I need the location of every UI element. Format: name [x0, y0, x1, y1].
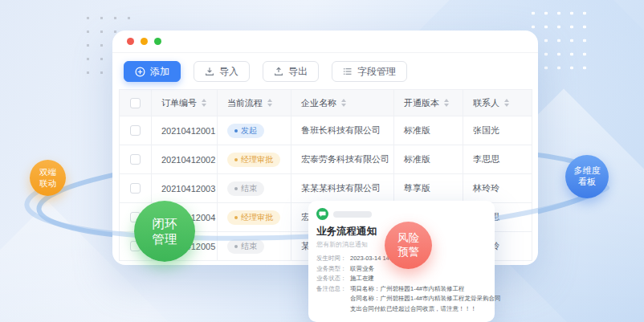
toolbar: 添加 导入 导出 字段管理 — [112, 53, 538, 89]
add-button[interactable]: 添加 — [124, 61, 181, 82]
notification-field: 备注信息： 项目名称：广州碧桂园1-4#市内精装修工程 — [316, 284, 487, 295]
header-version-label: 开通版本 — [404, 97, 439, 109]
field-list-icon — [343, 67, 353, 76]
field-management-button-label: 字段管理 — [357, 65, 396, 79]
notification-field: 支出合同付款已经超过合同收票，请注意！！！ — [316, 304, 487, 315]
field-management-button[interactable]: 字段管理 — [332, 61, 407, 82]
row-checkbox[interactable] — [130, 154, 141, 165]
cell-company: 宏泰劳务科技有限公司 — [291, 145, 394, 174]
cell-contact: 林玲玲 — [463, 174, 532, 203]
field-label: 发生时间： — [316, 254, 350, 264]
import-button-label: 导入 — [219, 65, 238, 79]
feature-badge-label: 多维度 — [574, 165, 601, 177]
plus-circle-icon — [135, 67, 145, 77]
feature-badge-label: 联动 — [39, 178, 56, 189]
header-contact-label: 联系人 — [473, 97, 499, 109]
feature-badge-label: 闭环 — [153, 216, 177, 231]
status-badge: 结束 — [227, 181, 264, 196]
select-all-checkbox[interactable] — [130, 98, 141, 108]
sort-version-icon[interactable] — [444, 99, 449, 107]
feature-badge-risk-warning: 风险 预警 — [385, 222, 432, 269]
cell-company: 某某某科技有限公司 — [291, 174, 394, 203]
header-version: 开通版本 — [394, 90, 463, 116]
export-button-label: 导出 — [288, 65, 308, 79]
field-label: 业务类型： — [316, 264, 350, 275]
chat-message-icon — [316, 208, 328, 220]
feature-badge-label: 看板 — [578, 177, 596, 188]
field-value: 支出合同付款已经超过合同收票，请注意！！！ — [350, 304, 477, 315]
header-checkbox-cell — [120, 90, 152, 116]
field-label: 业务状态： — [316, 274, 350, 284]
status-dot-icon — [234, 187, 238, 190]
header-order-no-label: 订单编号 — [161, 97, 197, 109]
feature-badge-label: 风险 — [397, 232, 419, 246]
notification-header — [316, 208, 487, 220]
maximize-window-icon[interactable] — [154, 38, 161, 45]
export-button[interactable]: 导出 — [263, 61, 319, 82]
sort-contact-icon[interactable] — [504, 99, 509, 107]
notification-field: 业务状态： 施工在建 — [316, 274, 487, 284]
minimize-window-icon[interactable] — [141, 38, 148, 45]
header-company: 企业名称 — [291, 90, 394, 116]
feature-badge-dual-linkage: 双端 联动 — [30, 160, 66, 196]
table-header-row: 订单编号 当前流程 企业名称 开通版本 联系人 — [120, 90, 532, 116]
sort-flow-icon[interactable] — [267, 99, 272, 107]
row-checkbox[interactable] — [130, 125, 141, 136]
feature-badge-multidimensional-dashboard: 多维度 看板 — [565, 155, 609, 198]
row-checkbox[interactable] — [130, 183, 141, 194]
header-order-no: 订单编号 — [152, 90, 218, 116]
sort-company-icon[interactable] — [341, 99, 346, 107]
status-badge: 经理审批 — [227, 210, 280, 225]
import-button[interactable]: 导入 — [194, 61, 250, 82]
window-titlebar — [112, 31, 538, 53]
field-value: 合同名称：广州碧桂园1-4#市内精装修工程龙骨采购合同 — [350, 294, 501, 304]
header-contact: 联系人 — [463, 90, 532, 116]
feature-badge-label: 管理 — [153, 231, 177, 247]
cell-order-no: 20210412001 — [152, 116, 218, 145]
header-flow-label: 当前流程 — [227, 97, 263, 109]
import-download-icon — [205, 67, 214, 76]
field-value: 施工在建 — [350, 274, 374, 284]
field-label: 备注信息： — [316, 284, 350, 295]
cell-version: 尊享版 — [394, 174, 463, 203]
table-row: 20210412001 发起 鲁班长科技有限公司 标准版 张国光 — [120, 116, 532, 145]
cell-order-no: 20210412002 — [152, 145, 218, 174]
add-button-label: 添加 — [150, 65, 169, 79]
status-badge: 结束 — [227, 239, 264, 254]
field-value: 项目名称：广州碧桂园1-4#市内精装修工程 — [350, 284, 465, 295]
table-row: 20210412003 结束 某某某科技有限公司 尊享版 林玲玲 — [120, 174, 532, 203]
field-label — [316, 294, 350, 304]
sender-name-placeholder — [333, 211, 372, 218]
close-window-icon[interactable] — [127, 38, 134, 45]
status-dot-icon — [234, 216, 238, 219]
cell-version: 标准版 — [394, 145, 463, 174]
status-dot-icon — [234, 158, 238, 161]
field-label — [316, 304, 350, 315]
feature-showcase-canvas: { "window": { "traffic_lights": { "red":… — [0, 0, 644, 322]
sort-order-no-icon[interactable] — [202, 99, 206, 107]
cell-version: 标准版 — [394, 116, 463, 145]
feature-badge-closed-loop-management: 闭环 管理 — [134, 201, 195, 262]
cell-order-no: 20210412003 — [152, 174, 218, 203]
header-company-label: 企业名称 — [301, 97, 336, 109]
status-badge: 发起 — [227, 124, 264, 138]
cell-contact: 李思思 — [463, 145, 532, 174]
status-dot-icon — [234, 129, 238, 132]
cell-contact: 张国光 — [463, 116, 532, 145]
notification-field: 合同名称：广州碧桂园1-4#市内精装修工程龙骨采购合同 — [316, 294, 487, 304]
cell-company: 鲁班长科技有限公司 — [291, 116, 394, 145]
feature-badge-label: 双端 — [39, 167, 56, 177]
field-value: 联营业务 — [350, 264, 374, 275]
feature-badge-label: 预警 — [397, 246, 419, 259]
header-flow: 当前流程 — [218, 90, 291, 116]
table-row: 20210412002 经理审批 宏泰劳务科技有限公司 标准版 李思思 — [120, 145, 532, 174]
export-upload-icon — [274, 67, 283, 76]
status-badge: 经理审批 — [227, 153, 280, 167]
status-dot-icon — [234, 245, 238, 248]
